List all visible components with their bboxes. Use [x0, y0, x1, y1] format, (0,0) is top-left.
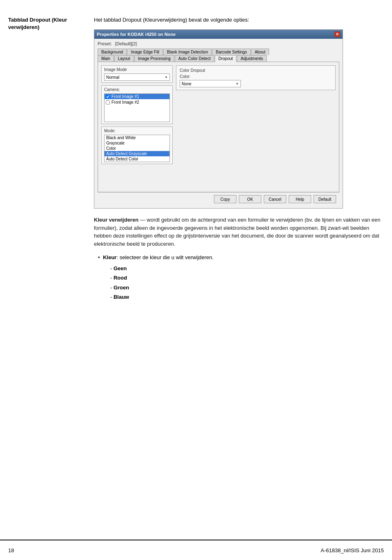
paragraph-1: Kleur verwijderen — wordt gebruikt om de…	[94, 216, 384, 248]
bullet-section: • Kleur: selecteer de kleur die u wilt v…	[98, 253, 384, 302]
mode-black-white[interactable]: Black and White	[105, 135, 169, 140]
color-dropout-title: Color Dropout	[180, 68, 332, 73]
dialog-titlebar: Properties for KODAK i4250 on None ✕	[94, 30, 343, 39]
bullet-kleur: • Kleur: selecteer de kleur die u wilt v…	[98, 253, 384, 262]
camera-group: Camera: Front Image #1 Front Image #2	[101, 85, 173, 124]
image-mode-label: Image Mode	[104, 67, 170, 72]
kleur-text: : selecteer de kleur die u wilt verwijde…	[116, 254, 214, 260]
left-panel: Image Mode Normal ▼ Camera:	[101, 65, 173, 189]
tab-dropout[interactable]: Dropout	[215, 55, 237, 62]
ok-button[interactable]: OK	[239, 195, 261, 203]
tab-image-processing[interactable]: Image Processing	[134, 55, 174, 62]
mode-auto-detect-grayscale[interactable]: Auto Detect Grayscale	[105, 151, 169, 156]
mode-group: Mode: Black and White Grayscale Color Au…	[101, 127, 173, 164]
tabs-row-1: Background Image Edge Fill Blank Image D…	[98, 49, 339, 55]
color-field-label: Color:	[180, 74, 332, 79]
footer-page-number: 18	[8, 547, 14, 553]
preset-label: Preset:	[98, 41, 112, 46]
list-item-groen: Groen	[110, 283, 384, 292]
default-button[interactable]: Default	[314, 195, 336, 203]
tab-layout[interactable]: Layout	[114, 55, 134, 62]
dialog-content: Image Mode Normal ▼ Camera:	[98, 62, 339, 192]
cancel-button[interactable]: Cancel	[264, 195, 286, 203]
body-text: Kleur verwijderen — wordt gebruikt om de…	[94, 216, 384, 248]
color-dropdown-arrow-icon: ▼	[236, 82, 239, 86]
tab-about[interactable]: About	[251, 49, 269, 55]
mode-list: Black and White Grayscale Color Auto Det…	[104, 135, 170, 162]
close-button[interactable]: ✕	[334, 31, 340, 37]
camera-front-image-1[interactable]: Front Image #1	[105, 94, 169, 99]
camera-2-checkbox[interactable]	[106, 100, 110, 104]
footer-doc-reference: A-61838_nl/ISIS Juni 2015	[321, 547, 384, 553]
dialog-body: Preset: [Default][2] Background Image Ed…	[94, 39, 343, 208]
footer: 18 A-61838_nl/ISIS Juni 2015	[0, 540, 392, 560]
right-heading: Het tabblad Dropout (Kleurverwijdering) …	[94, 16, 384, 24]
tab-image-edge-fill[interactable]: Image Edge Fill	[127, 49, 163, 55]
right-panel: Color Dropout Color: None ▼	[176, 65, 336, 189]
tabs-section: Background Image Edge Fill Blank Image D…	[98, 49, 339, 192]
list-item-geen: Geen	[110, 264, 384, 273]
dialog-buttons: Copy OK Cancel Help Default	[98, 192, 339, 205]
copy-button[interactable]: Copy	[214, 195, 236, 203]
mode-label: Mode:	[104, 129, 170, 133]
tabs-row-2: Main Layout Image Processing Auto Color …	[98, 55, 339, 62]
tab-barcode-settings[interactable]: Barcode Settings	[212, 49, 250, 55]
mode-auto-detect-color[interactable]: Auto Detect Color	[105, 156, 169, 162]
list-item-blauw: Blauw	[110, 292, 384, 302]
camera-list: Front Image #1 Front Image #2	[104, 93, 170, 122]
image-mode-group: Image Mode Normal ▼	[101, 65, 173, 83]
left-column: Tabblad Dropout (Kleur verwijderen)	[0, 8, 90, 310]
tab-auto-color-detect[interactable]: Auto Color Detect	[175, 55, 214, 62]
dash-list: Geen Rood Groen Blauw	[110, 264, 384, 302]
image-mode-dropdown[interactable]: Normal ▼	[104, 73, 170, 81]
preset-value: [Default][2]	[115, 41, 137, 46]
mode-color[interactable]: Color	[105, 146, 169, 151]
kleur-bold: Kleur	[103, 254, 116, 260]
color-dropout-group: Color Dropout Color: None ▼	[176, 65, 336, 90]
camera-label: Camera:	[104, 87, 170, 92]
bullet-symbol: •	[98, 254, 100, 260]
dropdown-arrow-icon: ▼	[165, 76, 168, 79]
camera-front-image-2[interactable]: Front Image #2	[105, 100, 169, 105]
preset-row: Preset: [Default][2]	[98, 41, 339, 46]
titlebar-buttons: ✕	[334, 31, 340, 37]
kleur-verwijderen-bold: Kleur verwijderen	[94, 217, 138, 223]
tab-main[interactable]: Main	[98, 55, 114, 62]
help-button[interactable]: Help	[289, 195, 311, 203]
camera-1-checkbox[interactable]	[106, 95, 110, 99]
list-item-rood: Rood	[110, 273, 384, 282]
dialog-title: Properties for KODAK i4250 on None	[97, 32, 176, 37]
section-heading: Tabblad Dropout (Kleur verwijderen)	[8, 16, 84, 31]
color-dropdown[interactable]: None ▼	[180, 80, 241, 87]
tab-background[interactable]: Background	[98, 49, 127, 55]
right-column: Het tabblad Dropout (Kleurverwijdering) …	[90, 8, 392, 310]
mode-grayscale[interactable]: Grayscale	[105, 140, 169, 146]
dialog-screenshot: Properties for KODAK i4250 on None ✕ Pre…	[94, 29, 343, 209]
tab-adjustments[interactable]: Adjustments	[237, 55, 267, 62]
tab-blank-image-detection[interactable]: Blank Image Detection	[163, 49, 212, 55]
